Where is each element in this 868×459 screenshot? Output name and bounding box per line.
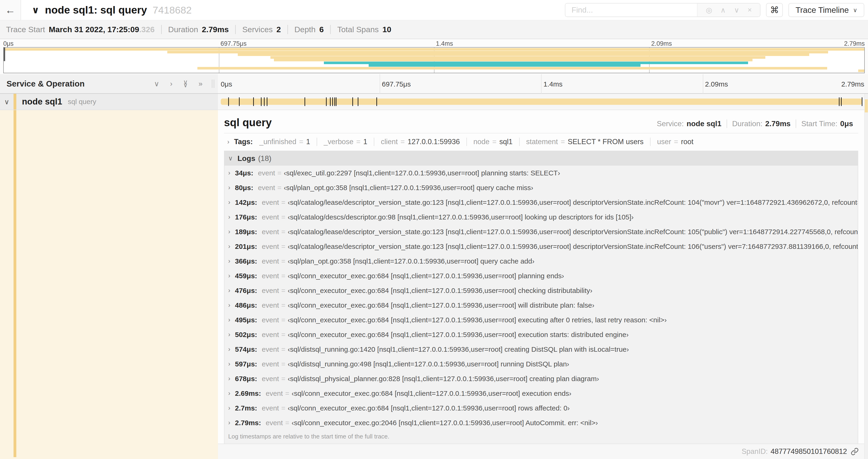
detail-left-gutter: [0, 110, 218, 459]
find-icon-group: ◎ ∧ ∨ ×: [697, 3, 760, 17]
span-bar-cell[interactable]: [218, 94, 864, 110]
trace-minimap: 0μs 697.75μs 1.4ms 2.09ms 2.79ms: [0, 40, 868, 74]
log-row[interactable]: › 2.69ms: event = ‹sql/conn_executor_exe…: [224, 386, 858, 401]
span-detail-panel: sql query Service: node sql1 Duration: 2…: [218, 110, 864, 444]
tag-equals: =: [356, 138, 361, 146]
keyboard-shortcuts-button[interactable]: ⌘: [766, 3, 783, 17]
log-timestamp: 142μs:: [235, 198, 257, 206]
tag-key: _verbose: [323, 138, 353, 146]
log-row[interactable]: › 2.7ms: event = ‹sql/conn_executor_exec…: [224, 401, 858, 415]
chevron-right-icon: ›: [228, 228, 230, 235]
log-field-key: event: [258, 184, 275, 192]
timeline-tick-label: 697.75μs: [382, 80, 411, 88]
log-equals: =: [285, 390, 289, 397]
span-id-value: 4877749850101760812: [771, 447, 847, 456]
log-event-value: ‹sql/catalog/lease/descriptor_version_st…: [288, 198, 858, 206]
view-selector-button[interactable]: Trace Timeline ∨: [788, 3, 864, 17]
trace-id: 7418682: [153, 4, 192, 16]
log-row[interactable]: › 142μs: event = ‹sql/catalog/lease/desc…: [224, 195, 858, 210]
scrollbar-thumb[interactable]: [865, 99, 868, 112]
summary-label: Duration: [168, 25, 198, 34]
service-operation-header: Service & Operation ∨ › ∨∨ »: [0, 74, 218, 93]
log-event-value: ‹sql/catalog/descs/descriptor.go:98 [nsq…: [288, 213, 634, 221]
chevron-right-icon: ›: [228, 199, 230, 206]
clear-find-icon[interactable]: ×: [748, 6, 752, 14]
chevron-right-icon: ›: [228, 287, 230, 294]
span-operation-name: sql query: [68, 98, 96, 106]
minimap-span: [167, 51, 828, 54]
prev-match-icon[interactable]: ∧: [720, 6, 726, 14]
log-equals: =: [281, 346, 285, 353]
minimap-tick-label: 0μs: [3, 40, 13, 47]
back-button[interactable]: ←: [0, 0, 21, 20]
log-row[interactable]: › 201μs: event = ‹sql/catalog/lease/desc…: [224, 239, 858, 254]
log-field-key: event: [262, 198, 279, 206]
log-event-value: ‹sql/distsql_running.go:1420 [nsql1,clie…: [288, 346, 629, 353]
log-row[interactable]: › 366μs: event = ‹sql/plan_opt.go:358 [n…: [224, 254, 858, 268]
span-row-label[interactable]: ∨ node sql1 sql query: [0, 94, 218, 110]
log-row[interactable]: › 574μs: event = ‹sql/distsql_running.go…: [224, 342, 858, 357]
log-event-tick: [326, 97, 327, 106]
span-duration-bar[interactable]: [221, 99, 862, 105]
expand-one-icon[interactable]: ›: [170, 79, 173, 88]
trace-collapse-icon[interactable]: ∨: [32, 5, 39, 15]
log-row[interactable]: › 80μs: event = ‹sql/plan_opt.go:358 [ns…: [224, 180, 858, 195]
tag-equals: =: [561, 138, 565, 146]
span-service-name: node sql1: [22, 97, 62, 107]
tag-value: 1: [363, 138, 367, 146]
log-event-tick: [862, 97, 862, 106]
log-row[interactable]: › 189μs: event = ‹sql/catalog/lease/desc…: [224, 224, 858, 239]
deep-link-icon[interactable]: [851, 448, 859, 456]
log-timestamp: 176μs:: [235, 213, 257, 221]
timeline-header: Service & Operation ∨ › ∨∨ » 0μs 697.75μ…: [0, 74, 868, 94]
log-field-key: event: [262, 301, 279, 309]
log-row[interactable]: › 597μs: event = ‹sql/distsql_running.go…: [224, 357, 858, 371]
chevron-right-icon: ›: [228, 169, 230, 176]
log-row[interactable]: › 476μs: event = ‹sql/conn_executor_exec…: [224, 283, 858, 298]
span-row: ∨ node sql1 sql query: [0, 94, 868, 110]
next-match-icon[interactable]: ∨: [734, 6, 739, 14]
match-highlight-icon[interactable]: ◎: [706, 6, 712, 14]
log-row[interactable]: › 34μs: event = ‹sql/exec_util.go:2297 […: [224, 166, 858, 180]
detail-meta-value: 0μs: [840, 120, 853, 128]
log-equals: =: [281, 404, 285, 412]
summary-item: Depth 6: [287, 25, 331, 34]
log-row[interactable]: › 678μs: event = ‹sql/distsql_physical_p…: [224, 371, 858, 386]
log-event-value: ‹sql/catalog/lease/descriptor_version_st…: [288, 242, 858, 251]
collapse-one-icon[interactable]: ∨: [154, 79, 159, 88]
minimap-span: [324, 62, 748, 64]
log-row[interactable]: › 176μs: event = ‹sql/catalog/descs/desc…: [224, 210, 858, 224]
minimap-span: [197, 67, 828, 69]
span-expander-icon[interactable]: ∨: [0, 98, 13, 106]
column-resize-grip[interactable]: [212, 79, 214, 88]
timeline-tick-labels: 0μs 697.75μs 1.4ms 2.09ms 2.79ms: [218, 74, 864, 93]
logs-title: Logs: [238, 154, 255, 163]
minimap-span: [4, 48, 864, 51]
timeline-scrollbar[interactable]: [864, 94, 868, 459]
minimap-span: [238, 54, 809, 56]
log-event-tick: [267, 97, 268, 106]
tags-row[interactable]: › Tags: _unfinished = 1 _verbose = 1 cli…: [224, 133, 858, 150]
log-row[interactable]: › 502μs: event = ‹sql/conn_executor_exec…: [224, 327, 858, 342]
log-row[interactable]: › 459μs: event = ‹sql/conn_executor_exec…: [224, 268, 858, 283]
logs-count: (18): [258, 154, 271, 163]
log-timestamp: 678μs:: [235, 375, 257, 383]
summary-value: 10: [382, 25, 391, 34]
log-field-key: event: [262, 257, 279, 265]
find-input[interactable]: [565, 3, 697, 17]
minimap-canvas[interactable]: [3, 47, 865, 73]
detail-title-row: sql query Service: node sql1 Duration: 2…: [224, 110, 858, 129]
chevron-right-icon: ›: [228, 375, 230, 382]
logs-header[interactable]: ∨ Logs (18): [224, 151, 858, 166]
minimap-viewport-handle[interactable]: [4, 47, 5, 61]
log-row[interactable]: › 486μs: event = ‹sql/conn_executor_exec…: [224, 298, 858, 313]
log-row[interactable]: › 495μs: event = ‹sql/conn_executor_exec…: [224, 313, 858, 327]
chevron-right-icon: ›: [228, 258, 230, 265]
collapse-all-icon[interactable]: ∨∨: [183, 81, 188, 87]
log-field-key: event: [262, 242, 279, 251]
log-row[interactable]: › 2.79ms: event = ‹sql/conn_executor_exe…: [224, 415, 858, 430]
chevron-right-icon: ›: [228, 346, 230, 353]
chevron-right-icon: ›: [228, 360, 230, 368]
log-field-key: event: [262, 404, 279, 412]
expand-all-icon[interactable]: »: [198, 79, 203, 88]
